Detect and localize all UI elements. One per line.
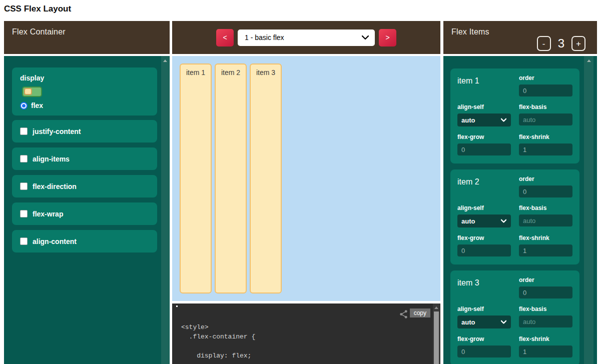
flex-grow-label: flex-grow <box>457 336 511 342</box>
order-label: order <box>519 176 572 182</box>
scroll-up-arrow-icon[interactable] <box>587 60 591 62</box>
flex-direction-label: flex-direction <box>33 182 77 190</box>
item-2-flex-basis-input[interactable] <box>519 214 572 226</box>
align-content-checkbox[interactable] <box>20 238 28 245</box>
item-count-control: - 3 + <box>537 36 585 51</box>
code-panel: copy <style> .flex-container { display: … <box>172 304 440 364</box>
item-2-card-title: item 2 <box>457 176 511 198</box>
item-2-flex-shrink-input[interactable] <box>519 244 572 256</box>
scenario-select-wrap: 1 - basic flex <box>238 30 375 46</box>
flex-grow-label: flex-grow <box>457 134 511 140</box>
code-scrollbar-thumb[interactable] <box>434 312 439 364</box>
code-text: <style> .flex-container { display: flex; <box>181 322 440 360</box>
flex-shrink-label: flex-shrink <box>519 234 572 242</box>
display-label: display <box>20 74 149 82</box>
align-items-card[interactable]: align-items <box>12 148 157 170</box>
copy-button[interactable]: copy <box>410 308 430 318</box>
code-bullet <box>176 306 178 307</box>
item-1-flex-basis-input[interactable] <box>519 114 572 126</box>
item-2-align-self-select[interactable]: auto <box>457 214 511 228</box>
item-3-align-self-wrap: auto <box>457 316 511 328</box>
flex-playground: item 1 item 2 item 3 <box>172 56 440 301</box>
scenario-select[interactable]: 1 - basic flex <box>238 30 375 46</box>
flex-radio-label: flex <box>31 102 43 110</box>
scenario-bar: < 1 - basic flex > <box>172 21 440 54</box>
align-self-label: align-self <box>457 104 511 110</box>
flex-radio[interactable] <box>20 102 28 110</box>
justify-content-label: justify-content <box>33 128 81 136</box>
flex-wrap-checkbox[interactable] <box>20 210 28 218</box>
align-content-label: align-content <box>33 238 77 246</box>
flex-grow-label: flex-grow <box>457 234 511 242</box>
item-3-align-self-select[interactable]: auto <box>457 316 511 328</box>
item-1-card-title: item 1 <box>457 74 511 96</box>
item-3-flex-grow-input[interactable] <box>457 346 511 358</box>
item-3-card-title: item 3 <box>457 276 511 298</box>
flex-container-panel-title: Flex Container <box>12 28 66 36</box>
align-items-checkbox[interactable] <box>20 155 28 162</box>
order-label: order <box>519 74 572 82</box>
flex-items-panel: Flex Items - 3 + item 1 order align-self… <box>443 21 597 364</box>
playground-column: < 1 - basic flex > item 1 item 2 item 3 … <box>172 21 440 364</box>
add-item-button[interactable]: + <box>571 36 585 51</box>
playground-item-3[interactable]: item 3 <box>250 64 282 294</box>
playground-item-1[interactable]: item 1 <box>180 64 212 294</box>
item-2-align-self-wrap: auto <box>457 214 511 228</box>
justify-content-card[interactable]: justify-content <box>12 120 157 142</box>
display-card: display flex <box>12 68 157 116</box>
item-2-order-input[interactable] <box>519 186 572 198</box>
flex-items-panel-body: item 1 order align-self auto flex-basis <box>443 56 597 364</box>
flex-container-panel-header: Flex Container <box>4 21 170 54</box>
item-1-flex-grow-input[interactable] <box>457 144 511 156</box>
flex-container-panel: Flex Container display flex justify-cont… <box>4 21 170 364</box>
flex-items-panel-title: Flex Items <box>451 28 489 36</box>
item-3-flex-shrink-input[interactable] <box>519 346 572 358</box>
next-scenario-button[interactable]: > <box>379 29 396 46</box>
flex-basis-label: flex-basis <box>519 204 572 212</box>
order-label: order <box>519 276 572 284</box>
right-panel-scrollbar[interactable] <box>584 56 593 364</box>
flex-items-panel-header: Flex Items - 3 + <box>443 21 597 54</box>
flex-basis-label: flex-basis <box>519 306 572 312</box>
flex-container-panel-body: display flex justify-content align-items… <box>4 56 170 364</box>
flex-direction-checkbox[interactable] <box>20 182 28 190</box>
item-2-card: item 2 order align-self auto flex-basis <box>450 170 579 264</box>
playground-item-2[interactable]: item 2 <box>215 64 247 294</box>
item-1-align-self-select[interactable]: auto <box>457 114 511 126</box>
remove-item-button[interactable]: - <box>537 36 551 51</box>
flex-wrap-card[interactable]: flex-wrap <box>12 202 157 225</box>
align-self-label: align-self <box>457 306 511 312</box>
item-2-flex-grow-input[interactable] <box>457 244 511 256</box>
left-panel-scrollbar[interactable] <box>161 56 169 364</box>
flex-wrap-label: flex-wrap <box>33 210 63 218</box>
item-1-flex-shrink-input[interactable] <box>519 144 572 156</box>
item-3-flex-basis-input[interactable] <box>519 316 572 328</box>
item-3-order-input[interactable] <box>519 286 572 298</box>
item-1-card: item 1 order align-self auto flex-basis <box>450 68 579 164</box>
item-1-align-self-wrap: auto <box>457 114 511 126</box>
flex-shrink-label: flex-shrink <box>519 134 572 140</box>
code-scrollbar[interactable] <box>433 304 440 364</box>
share-icon[interactable] <box>399 310 408 319</box>
display-toggle[interactable] <box>22 86 42 97</box>
code-scroll-up-arrow-icon[interactable] <box>434 306 438 309</box>
align-self-label: align-self <box>457 204 511 212</box>
item-3-card: item 3 order align-self auto flex-basis <box>450 270 579 364</box>
align-items-label: align-items <box>33 155 70 163</box>
align-content-card[interactable]: align-content <box>12 230 157 252</box>
flex-shrink-label: flex-shrink <box>519 336 572 342</box>
display-toggle-knob[interactable] <box>24 88 32 95</box>
flex-direction-card[interactable]: flex-direction <box>12 175 157 198</box>
flex-basis-label: flex-basis <box>519 104 572 110</box>
prev-scenario-button[interactable]: < <box>216 29 234 46</box>
justify-content-checkbox[interactable] <box>20 128 28 135</box>
item-1-order-input[interactable] <box>519 84 572 96</box>
page-title: CSS Flex Layout <box>4 4 71 14</box>
scroll-up-arrow-icon[interactable] <box>163 60 167 62</box>
item-count: 3 <box>558 36 564 50</box>
